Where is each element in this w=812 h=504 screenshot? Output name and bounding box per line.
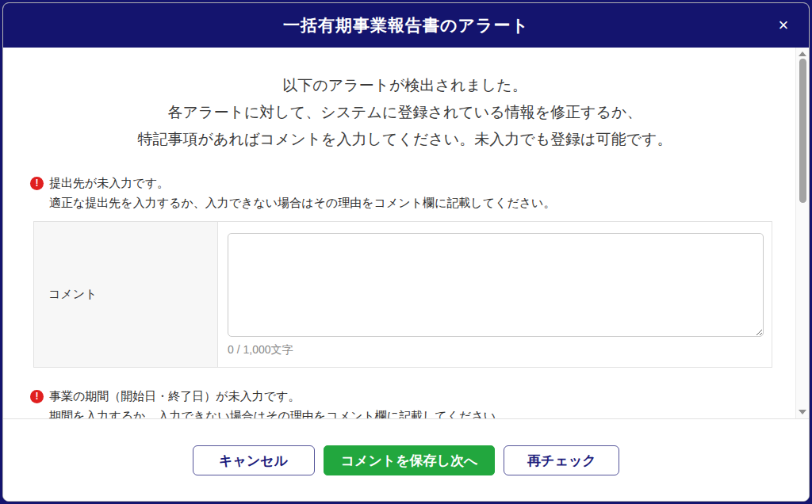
alert-description: 適正な提出先を入力するか、入力できない場合はその理由をコメント欄に記載してくださ…	[49, 196, 779, 211]
alert-item-submission-destination: ! 提出先が未入力です。 適正な提出先を入力するか、入力できない場合はその理由を…	[30, 176, 779, 368]
scrollbar-up-arrow-icon[interactable]	[799, 52, 806, 56]
error-exclamation-icon: !	[30, 390, 44, 403]
error-exclamation-icon: !	[30, 177, 44, 190]
dialog-header: 一括有期事業報告書のアラート ×	[3, 3, 809, 48]
alert-item-business-period: ! 事業の期間（開始日・終了日）が未入力です。 期間を入力するか、入力できない場…	[30, 389, 779, 418]
scrollbar-down-arrow-icon[interactable]	[799, 410, 806, 414]
comment-textarea[interactable]	[228, 233, 764, 337]
comment-table: コメント 0 / 1,000文字	[33, 221, 772, 368]
save-comment-next-button[interactable]: コメントを保存し次へ	[324, 445, 496, 475]
dialog-footer: キャンセル コメントを保存し次へ 再チェック	[3, 418, 809, 501]
cancel-button[interactable]: キャンセル	[193, 445, 315, 475]
scrollable-content: 以下のアラートが検出されました。 各アラートに対して、システムに登録されている情…	[3, 48, 795, 418]
alert-title: 提出先が未入力です。	[49, 176, 169, 191]
scrollbar-thumb[interactable]	[799, 59, 806, 203]
alert-modal-dialog: 一括有期事業報告書のアラート × 以下のアラートが検出されました。 各アラートに…	[2, 2, 810, 502]
dialog-body: 以下のアラートが検出されました。 各アラートに対して、システムに登録されている情…	[3, 48, 809, 418]
intro-line-2: 各アラートに対して、システムに登録されている情報を修正するか、	[30, 99, 779, 126]
intro-text: 以下のアラートが検出されました。 各アラートに対して、システムに登録されている情…	[30, 72, 779, 153]
comment-label: コメント	[34, 222, 218, 367]
close-icon[interactable]: ×	[769, 11, 798, 40]
alert-description: 期間を入力するか、入力できない場合はその理由をコメント欄に記載してください。	[49, 409, 779, 418]
dialog-title: 一括有期事業報告書のアラート	[283, 14, 529, 36]
char-counter: 0 / 1,000文字	[228, 343, 764, 357]
intro-line-1: 以下のアラートが検出されました。	[30, 72, 779, 99]
intro-line-3: 特記事項があればコメントを入力してください。未入力でも登録は可能です。	[30, 126, 779, 153]
vertical-scrollbar[interactable]	[795, 48, 809, 418]
recheck-button[interactable]: 再チェック	[504, 445, 619, 475]
alert-title: 事業の期間（開始日・終了日）が未入力です。	[49, 389, 300, 404]
